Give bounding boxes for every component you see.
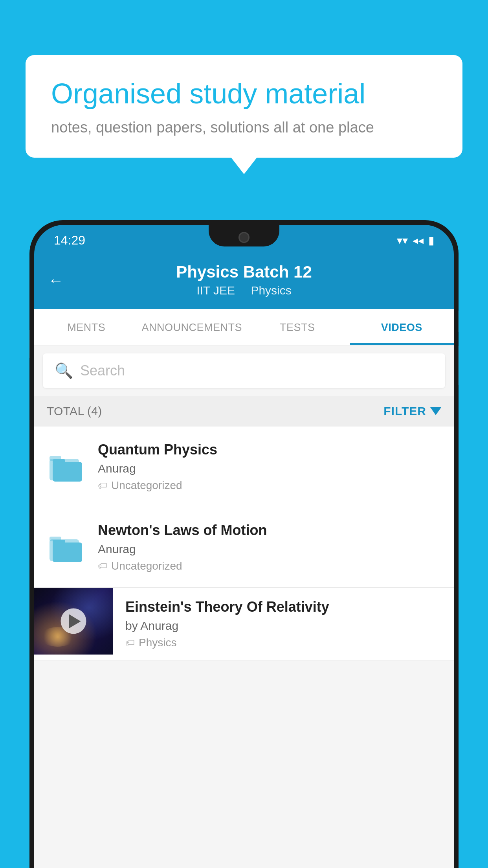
filter-button[interactable]: FILTER bbox=[383, 405, 441, 418]
notch bbox=[209, 225, 279, 246]
header-subtitle: IIT JEE Physics bbox=[50, 284, 438, 297]
tag-icon: 🏷 bbox=[125, 637, 135, 648]
tab-ments[interactable]: MENTS bbox=[34, 309, 139, 345]
battery-icon: ▮ bbox=[428, 234, 434, 247]
tabs: MENTS ANNOUNCEMENTS TESTS VIDEOS bbox=[34, 309, 454, 346]
video-tag: 🏷 Physics bbox=[125, 636, 441, 649]
play-icon bbox=[69, 614, 81, 628]
video-title: Newton's Laws of Motion bbox=[98, 522, 441, 539]
app-header: ← Physics Batch 12 IIT JEE Physics bbox=[34, 252, 454, 309]
list-item[interactable]: Newton's Laws of Motion Anurag 🏷 Uncateg… bbox=[34, 507, 454, 588]
svg-rect-6 bbox=[53, 542, 82, 562]
bubble-title: Organised study material bbox=[51, 77, 437, 110]
signal-icon: ◂◂ bbox=[413, 234, 424, 247]
bubble-subtitle: notes, question papers, solutions all at… bbox=[51, 119, 437, 136]
video-thumbnail-image bbox=[34, 588, 113, 655]
phone-inner: 14:29 ▾▾ ◂◂ ▮ ← Physics Batch 12 IIT JEE… bbox=[34, 225, 454, 868]
tag-label: Uncategorized bbox=[111, 560, 182, 572]
video-list: Quantum Physics Anurag 🏷 Uncategorized bbox=[34, 427, 454, 660]
tag-label: Physics bbox=[139, 636, 176, 649]
svg-rect-3 bbox=[53, 459, 65, 464]
video-tag: 🏷 Uncategorized bbox=[98, 479, 441, 492]
search-bar[interactable]: 🔍 Search bbox=[43, 353, 445, 388]
phone-frame: 14:29 ▾▾ ◂◂ ▮ ← Physics Batch 12 IIT JEE… bbox=[29, 220, 459, 868]
tab-tests[interactable]: TESTS bbox=[245, 309, 350, 345]
screen-content: 🔍 Search TOTAL (4) FILTER bbox=[34, 346, 454, 868]
tab-videos[interactable]: VIDEOS bbox=[350, 309, 454, 345]
tag-label: Uncategorized bbox=[111, 479, 182, 492]
status-time: 14:29 bbox=[54, 233, 85, 248]
video-info: Einstein's Theory Of Relativity by Anura… bbox=[113, 588, 454, 660]
side-button-right-top bbox=[458, 311, 459, 332]
video-tag: 🏷 Uncategorized bbox=[98, 560, 441, 572]
speech-bubble-container: Organised study material notes, question… bbox=[26, 55, 462, 158]
back-button[interactable]: ← bbox=[48, 272, 64, 289]
search-icon: 🔍 bbox=[55, 362, 73, 379]
video-author: by Anurag bbox=[125, 619, 441, 633]
video-info: Quantum Physics Anurag 🏷 Uncategorized bbox=[98, 441, 441, 492]
status-icons: ▾▾ ◂◂ ▮ bbox=[397, 234, 434, 247]
filter-label: FILTER bbox=[383, 405, 426, 418]
tab-announcements[interactable]: ANNOUNCEMENTS bbox=[139, 309, 246, 345]
filter-icon bbox=[430, 407, 441, 415]
folder-icon bbox=[47, 528, 86, 567]
video-author: Anurag bbox=[98, 542, 441, 556]
tag-icon: 🏷 bbox=[98, 480, 107, 491]
wifi-icon: ▾▾ bbox=[397, 234, 408, 247]
header-subtitle-part2: Physics bbox=[251, 284, 291, 297]
total-count: TOTAL (4) bbox=[47, 405, 102, 418]
list-item[interactable]: Quantum Physics Anurag 🏷 Uncategorized bbox=[34, 427, 454, 507]
filter-bar: TOTAL (4) FILTER bbox=[34, 396, 454, 427]
folder-icon bbox=[47, 447, 86, 486]
list-item[interactable]: Einstein's Theory Of Relativity by Anura… bbox=[34, 588, 454, 660]
camera bbox=[238, 232, 250, 243]
search-input-placeholder: Search bbox=[80, 362, 125, 379]
video-info: Newton's Laws of Motion Anurag 🏷 Uncateg… bbox=[98, 522, 441, 572]
side-button-left bbox=[29, 330, 30, 358]
side-button-right-bottom bbox=[458, 346, 459, 385]
tag-icon: 🏷 bbox=[98, 561, 107, 572]
svg-rect-2 bbox=[53, 462, 82, 482]
video-author: Anurag bbox=[98, 462, 441, 475]
video-title: Einstein's Theory Of Relativity bbox=[125, 599, 441, 615]
speech-bubble: Organised study material notes, question… bbox=[26, 55, 462, 158]
header-subtitle-part1: IIT JEE bbox=[196, 284, 235, 297]
header-title: Physics Batch 12 bbox=[50, 263, 438, 281]
video-title: Quantum Physics bbox=[98, 441, 441, 458]
svg-rect-7 bbox=[53, 540, 65, 544]
